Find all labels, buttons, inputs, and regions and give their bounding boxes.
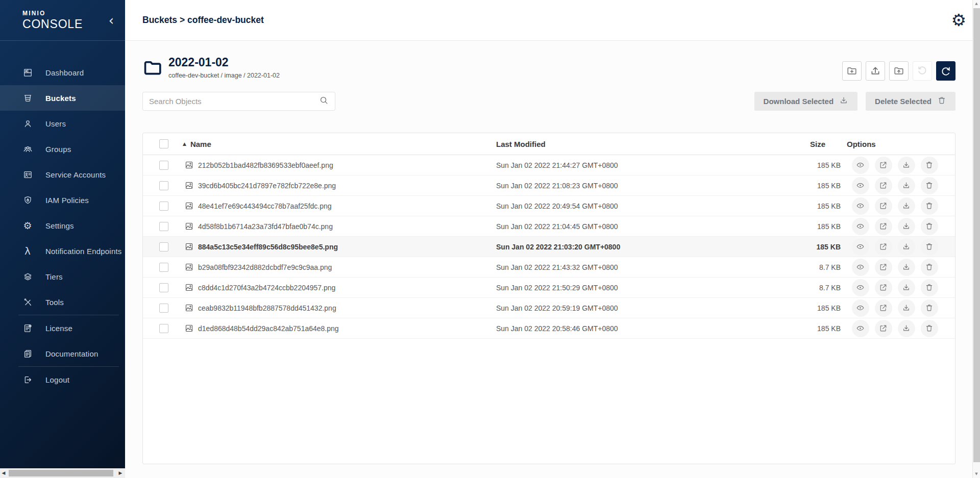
vertical-scrollbar[interactable]: ▲ ▼ bbox=[972, 0, 980, 478]
refresh-button[interactable] bbox=[936, 61, 955, 81]
sidebar-item-iam-policies[interactable]: IAM Policies bbox=[0, 187, 125, 213]
table-row[interactable]: b29a08fbf92342d882dcbdf7e9c9c9aa.pngSun … bbox=[143, 257, 955, 278]
share-object-button[interactable] bbox=[875, 218, 892, 235]
preview-object-button[interactable] bbox=[852, 197, 869, 215]
scroll-right-arrow[interactable]: ▶ bbox=[117, 468, 124, 478]
sidebar-item-documentation[interactable]: Documentation bbox=[0, 341, 125, 366]
preview-object-button[interactable] bbox=[852, 157, 869, 174]
breadcrumb[interactable]: Buckets > coffee-dev-bucket bbox=[142, 15, 264, 26]
download-object-button[interactable] bbox=[898, 259, 915, 276]
vertical-scrollbar-thumb[interactable] bbox=[973, 8, 980, 462]
delete-object-button[interactable] bbox=[921, 197, 938, 215]
download-object-button[interactable] bbox=[898, 218, 915, 235]
row-checkbox[interactable] bbox=[159, 283, 168, 292]
preview-object-button[interactable] bbox=[852, 320, 869, 337]
upload-folder-button[interactable] bbox=[889, 61, 909, 81]
download-object-button[interactable] bbox=[898, 320, 915, 337]
select-all-checkbox[interactable] bbox=[159, 139, 168, 148]
preview-icon bbox=[856, 242, 865, 251]
settings-gear-button[interactable]: ⚙ bbox=[951, 12, 966, 29]
sidebar-item-service-accounts[interactable]: Service Accounts bbox=[0, 162, 125, 187]
share-object-button[interactable] bbox=[875, 238, 892, 256]
sidebar-item-dashboard[interactable]: Dashboard bbox=[0, 60, 125, 85]
sidebar-header: MINIO CONSOLE ‹ bbox=[0, 0, 125, 41]
column-header-name[interactable]: Name bbox=[190, 140, 211, 148]
row-checkbox[interactable] bbox=[159, 304, 168, 313]
table-row[interactable]: 212b052b1bad482fb8369533ebf0aeef.pngSun … bbox=[143, 155, 955, 175]
table-row[interactable]: c8dd4c1d270f43a2b4724ccbb2204957.pngSun … bbox=[143, 278, 955, 298]
row-checkbox[interactable] bbox=[159, 202, 168, 211]
notification-endpoints-icon: λ bbox=[24, 246, 31, 256]
delete-object-button[interactable] bbox=[921, 320, 938, 337]
download-object-button[interactable] bbox=[898, 299, 915, 317]
row-checkbox[interactable] bbox=[159, 324, 168, 333]
delete-object-button[interactable] bbox=[921, 238, 938, 256]
documentation-icon bbox=[23, 349, 33, 359]
share-object-button[interactable] bbox=[875, 299, 892, 317]
table-row[interactable]: 4d58f8b1b6714a23a73fd47bfae0b74c.pngSun … bbox=[143, 216, 955, 237]
download-object-button[interactable] bbox=[898, 197, 915, 215]
scroll-left-arrow[interactable]: ◀ bbox=[0, 468, 7, 478]
row-checkbox[interactable] bbox=[159, 181, 168, 190]
search-row: Download Selected Delete Selected bbox=[142, 92, 955, 111]
sidebar-item-settings[interactable]: ⚙Settings bbox=[0, 213, 125, 238]
share-object-button[interactable] bbox=[875, 177, 892, 194]
download-icon bbox=[902, 324, 911, 333]
preview-object-button[interactable] bbox=[852, 279, 869, 296]
table-row[interactable]: 39cd6b405bc241d7897e782fcb722e8e.pngSun … bbox=[143, 175, 955, 196]
horizontal-scrollbar[interactable]: ◀ ▶ bbox=[0, 468, 125, 478]
share-object-button[interactable] bbox=[875, 157, 892, 174]
row-checkbox[interactable] bbox=[159, 263, 168, 272]
table-row[interactable]: 48e41ef7e69c443494cc78b7aaf25fdc.pngSun … bbox=[143, 196, 955, 216]
delete-object-button[interactable] bbox=[921, 177, 938, 194]
share-object-button[interactable] bbox=[875, 279, 892, 296]
share-object-button[interactable] bbox=[875, 320, 892, 337]
sort-asc-icon[interactable]: ▲ bbox=[183, 142, 186, 146]
sidebar-item-label: IAM Policies bbox=[45, 196, 89, 205]
share-object-button[interactable] bbox=[875, 259, 892, 276]
sidebar-item-tiers[interactable]: Tiers bbox=[0, 264, 125, 289]
delete-selected-button[interactable]: Delete Selected bbox=[866, 92, 955, 111]
delete-object-button[interactable] bbox=[921, 259, 938, 276]
share-icon bbox=[879, 222, 888, 231]
table-row[interactable]: 884a5c13c5e34eff89c56d8c95bee8e5.pngSun … bbox=[143, 237, 955, 257]
nav-icon-wrap: ⚙ bbox=[22, 220, 33, 231]
preview-object-button[interactable] bbox=[852, 177, 869, 194]
horizontal-scrollbar-thumb[interactable] bbox=[9, 470, 113, 476]
preview-object-button[interactable] bbox=[852, 238, 869, 256]
download-selected-button[interactable]: Download Selected bbox=[754, 92, 858, 111]
sidebar-item-license[interactable]: License bbox=[0, 315, 125, 341]
sidebar-item-logout[interactable]: Logout bbox=[0, 367, 125, 392]
preview-object-button[interactable] bbox=[852, 218, 869, 235]
delete-object-button[interactable] bbox=[921, 279, 938, 296]
preview-object-button[interactable] bbox=[852, 259, 869, 276]
sidebar-item-users[interactable]: Users bbox=[0, 111, 125, 136]
sidebar-item-tools[interactable]: Tools bbox=[0, 289, 125, 315]
download-object-button[interactable] bbox=[898, 238, 915, 256]
upload-file-button[interactable] bbox=[866, 61, 885, 81]
table-row[interactable]: ceab9832b11948bfb2887578dd451432.pngSun … bbox=[143, 298, 955, 318]
download-object-button[interactable] bbox=[898, 177, 915, 194]
nav-icon-wrap bbox=[22, 93, 33, 103]
download-object-button[interactable] bbox=[898, 157, 915, 174]
new-path-button[interactable] bbox=[842, 61, 862, 81]
scroll-up-arrow[interactable]: ▲ bbox=[973, 0, 980, 8]
sidebar-item-notification-endpoints[interactable]: λNotification Endpoints bbox=[0, 238, 125, 264]
preview-object-button[interactable] bbox=[852, 299, 869, 317]
delete-object-button[interactable] bbox=[921, 157, 938, 174]
delete-object-button[interactable] bbox=[921, 218, 938, 235]
download-object-button[interactable] bbox=[898, 279, 915, 296]
sidebar-item-buckets[interactable]: Buckets bbox=[0, 85, 125, 111]
row-checkbox[interactable] bbox=[159, 242, 168, 251]
share-object-button[interactable] bbox=[875, 197, 892, 215]
sidebar-item-groups[interactable]: Groups bbox=[0, 136, 125, 162]
sidebar-collapse-button[interactable]: ‹ bbox=[105, 13, 118, 28]
table-row[interactable]: d1ed868d48b54dd29ac842ab751a64e8.pngSun … bbox=[143, 318, 955, 339]
sidebar-item-label: Logout bbox=[45, 375, 69, 384]
row-checkbox[interactable] bbox=[159, 222, 168, 231]
scroll-down-arrow[interactable]: ▼ bbox=[973, 470, 980, 478]
delete-object-button[interactable] bbox=[921, 299, 938, 317]
object-last-modified: Sun Jan 02 2022 20:59:19 GMT+0800 bbox=[496, 304, 795, 312]
row-checkbox[interactable] bbox=[159, 161, 168, 170]
search-input[interactable] bbox=[149, 97, 319, 106]
